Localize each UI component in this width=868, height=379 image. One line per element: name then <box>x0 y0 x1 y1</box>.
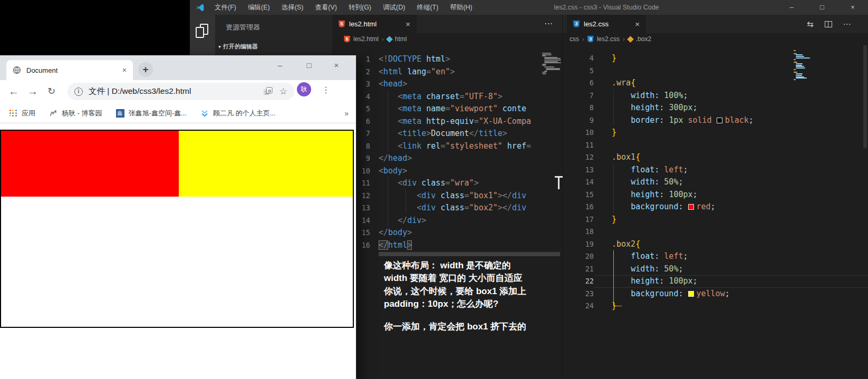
menu-item[interactable]: 转到(G) <box>343 0 377 15</box>
editor-actions-more[interactable]: ⋯ <box>544 15 553 33</box>
minimize-button[interactable]: – <box>272 57 288 73</box>
menu-item[interactable]: 终端(T) <box>411 0 444 15</box>
code-line-3[interactable]: 3<head> <box>332 78 539 91</box>
code-line-23[interactable]: 23 background: yellow; <box>564 288 868 300</box>
code-line-6[interactable]: 6 <meta http-equiv="X-UA-Compa <box>332 115 539 128</box>
info-icon[interactable]: i <box>74 88 83 96</box>
text-cursor-ibeam <box>555 176 563 190</box>
profile-avatar[interactable]: 耿 <box>297 82 311 96</box>
back-button[interactable]: ← <box>8 85 19 98</box>
code-line-20[interactable]: 20 float: left; <box>564 250 868 263</box>
code-line-11[interactable]: 11 <div class="wra"> <box>332 177 539 190</box>
bookmark-item[interactable]: 杨耿 - 博客园 <box>49 109 102 118</box>
reload-button[interactable]: ↻ <box>47 85 55 97</box>
code-line-13[interactable]: 13 float: left; <box>564 164 868 177</box>
apps-grid-icon[interactable] <box>9 110 17 117</box>
color-swatch[interactable] <box>688 291 694 297</box>
code-line-6[interactable]: 6.wra{ <box>564 77 868 90</box>
breadcrumb-symbol[interactable]: .box2 <box>636 35 651 43</box>
menu-item[interactable]: 文件(F) <box>209 0 242 15</box>
more-actions-icon[interactable]: ⋯ <box>843 20 851 29</box>
code-line-9[interactable]: 9</head> <box>332 152 539 165</box>
breadcrumb: 5 les2.html › html <box>344 33 407 45</box>
code-line-15[interactable]: 15</body> <box>332 227 539 239</box>
split-editor-icon[interactable] <box>825 21 832 27</box>
menu-item[interactable]: 帮助(H) <box>444 0 478 15</box>
tab-les2-html[interactable]: 5 les2.html × <box>332 15 417 33</box>
color-swatch[interactable] <box>688 204 694 210</box>
open-editors-section[interactable]: ▾ 打开的编辑器 <box>218 43 332 51</box>
menu-item[interactable]: 调试(D) <box>377 0 411 15</box>
breadcrumb-symbol[interactable]: html <box>395 35 407 43</box>
bookmarks-overflow-icon[interactable]: » <box>344 109 349 118</box>
color-swatch[interactable] <box>717 118 722 123</box>
translate-icon[interactable]: 文G <box>263 87 273 96</box>
breadcrumb-file[interactable]: les2.css <box>597 35 620 43</box>
close-icon[interactable]: × <box>406 20 410 28</box>
code-line-19[interactable]: 19.box2{ <box>564 238 868 251</box>
breadcrumb-file[interactable]: les2.html <box>353 35 379 43</box>
address-text[interactable]: 文件 | D:/web/css3/les2.html <box>89 86 191 97</box>
code-line-12[interactable]: 12 <div class="box1"></div <box>332 190 539 202</box>
code-line-4[interactable]: 4} <box>564 52 868 65</box>
bookmark-item[interactable]: 顾二凡 的个人主页... <box>200 109 275 118</box>
code-line-13[interactable]: 13 <div class="box2"></div <box>332 202 539 215</box>
maximize-button[interactable]: □ <box>301 57 317 73</box>
bookmark-item[interactable]: 鑫张鑫旭-鑫空间-鑫... <box>116 109 187 118</box>
code-line-21[interactable]: 21 width: 50%; <box>564 263 868 276</box>
html-editor[interactable]: 1<!DOCTYPE html>2<html lang="en">3<head>… <box>332 53 539 252</box>
code-line-5[interactable]: 5 <box>564 65 868 77</box>
horizontal-sc rollbar[interactable] <box>379 252 560 256</box>
code-line-11[interactable]: 11 <box>564 139 868 152</box>
open-editors-label: 打开的编辑器 <box>223 43 258 51</box>
code-line-16[interactable]: 16 background: red; <box>564 201 868 213</box>
close-button[interactable]: × <box>329 57 344 73</box>
code-line-8[interactable]: 8 <link rel="stylesheet" href= <box>332 140 539 153</box>
forward-button[interactable]: → <box>27 85 38 98</box>
code-line-4[interactable]: 4 <meta charset="UTF-8"> <box>332 91 539 103</box>
explorer-icon[interactable] <box>196 24 209 40</box>
code-line-24[interactable]: 24} <box>564 300 868 313</box>
code-line-17[interactable]: 17} <box>564 213 868 226</box>
editor-group-divider[interactable] <box>562 15 563 379</box>
new-tab-button[interactable]: + <box>138 62 153 77</box>
code-line-7[interactable]: 7 width: 100%; <box>564 90 868 102</box>
maximize-button[interactable]: □ <box>807 0 837 15</box>
code-line-1[interactable]: 1<!DOCTYPE html> <box>332 53 539 66</box>
open-changes-icon[interactable]: ⇆ <box>807 20 814 29</box>
code-line-16[interactable]: 16</html> <box>332 239 539 252</box>
close-icon[interactable]: × <box>635 20 640 28</box>
browser-tab-document[interactable]: Document × <box>6 60 133 80</box>
vertical-scrollbar[interactable] <box>863 45 867 148</box>
chevron-down-icon: ▾ <box>218 44 221 50</box>
code-line-12[interactable]: 12.box1{ <box>564 151 868 164</box>
minimize-button[interactable]: – <box>776 0 807 15</box>
breadcrumb-folder[interactable]: css <box>570 35 579 43</box>
breadcrumb-separator: › <box>582 36 584 42</box>
code-line-22[interactable]: 22 height: 100px; <box>564 275 868 288</box>
address-bar[interactable]: i 文件 | D:/web/css3/les2.html 文G ☆ <box>67 83 294 100</box>
code-line-8[interactable]: 8 height: 300px; <box>564 102 868 114</box>
browser-menu-icon[interactable]: ⋮ <box>322 85 330 95</box>
tab-les2-css[interactable]: 3 les2.css × <box>567 15 646 33</box>
code-line-2[interactable]: 2<html lang="en"> <box>332 66 539 79</box>
code-line-15[interactable]: 15 height: 100px; <box>564 189 868 201</box>
code-line-10[interactable]: 10<body> <box>332 165 539 178</box>
menu-item[interactable]: 查看(V) <box>309 0 343 15</box>
code-line-10[interactable]: 10} <box>564 127 868 139</box>
code-line-9[interactable]: 9 border: 1px solid black; <box>564 114 868 127</box>
line-number: 21 <box>564 263 594 276</box>
css-editor[interactable]: 4}56.wra{7 width: 100%;8 height: 300px;9… <box>564 52 868 314</box>
code-line-7[interactable]: 7 <title>Document</title> <box>332 128 539 140</box>
breadcrumb-separator: › <box>382 36 384 42</box>
code-line-14[interactable]: 14 width: 50%; <box>564 176 868 189</box>
code-line-18[interactable]: 18 <box>564 226 868 238</box>
close-button[interactable]: × <box>837 0 868 15</box>
bookmark-star-icon[interactable]: ☆ <box>279 86 287 97</box>
close-icon[interactable]: × <box>122 66 127 74</box>
menu-item[interactable]: 编辑(E) <box>242 0 276 15</box>
code-line-5[interactable]: 5 <meta name="viewport" conte <box>332 103 539 115</box>
apps-label[interactable]: 应用 <box>22 109 35 118</box>
code-line-14[interactable]: 14 </div> <box>332 215 539 227</box>
menu-item[interactable]: 选择(S) <box>276 0 310 15</box>
